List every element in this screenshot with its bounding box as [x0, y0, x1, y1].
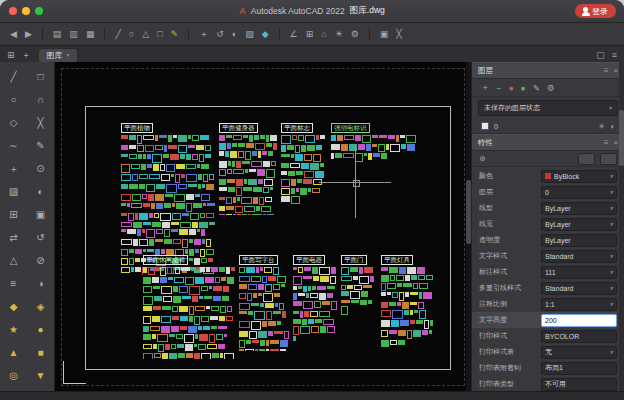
block-thumb[interactable] [223, 286, 229, 292]
block-thumb[interactable] [129, 145, 136, 149]
block-thumb[interactable] [307, 145, 315, 151]
block-thumb[interactable] [260, 135, 265, 139]
block-thumb[interactable] [179, 229, 188, 235]
block-thumb[interactable] [265, 197, 272, 202]
block-thumb[interactable] [147, 164, 152, 168]
block-thumb[interactable] [381, 320, 390, 327]
spline-tool-icon[interactable]: ∼ [0, 134, 27, 157]
block-thumb[interactable] [350, 267, 358, 272]
block-thumb[interactable] [381, 302, 388, 308]
block-thumb[interactable] [227, 277, 234, 284]
block-thumb[interactable] [397, 283, 402, 287]
block-thumb[interactable] [410, 302, 417, 305]
block-thumb[interactable] [390, 340, 397, 345]
block-thumb[interactable] [358, 144, 365, 150]
block-thumb[interactable] [141, 164, 146, 170]
block-thumb[interactable] [189, 286, 200, 295]
block-thumb[interactable] [341, 285, 346, 290]
block-thumb[interactable] [317, 286, 326, 290]
block-thumb[interactable] [249, 135, 253, 142]
drawing-canvas[interactable]: 平面植物平面健身器平面标志强弱电标识平面休闲桌椅平面写字台平面电器平面门平面灯具 [55, 62, 471, 392]
block-thumb[interactable] [258, 151, 261, 158]
block-thumb[interactable] [264, 179, 273, 186]
annotate-icon[interactable]: ✎ [171, 30, 179, 39]
block-thumb[interactable] [277, 276, 286, 283]
block-thumb[interactable] [195, 194, 200, 197]
block-thumb[interactable] [166, 184, 177, 193]
property-value-transparency[interactable]: ByLayer [541, 234, 617, 247]
layer-new-icon[interactable]: ＋ [481, 82, 490, 94]
property-value-layer[interactable]: 0▾ [541, 186, 617, 199]
block-thumb[interactable] [206, 267, 210, 272]
block-thumb[interactable] [155, 194, 164, 201]
block-thumb[interactable] [139, 174, 148, 179]
block-thumb[interactable] [291, 188, 295, 194]
block-thumb[interactable] [273, 311, 281, 314]
home-view-icon[interactable]: ⌂ [321, 30, 326, 39]
block-thumb[interactable] [148, 194, 154, 201]
block-thumb[interactable] [293, 326, 299, 335]
settings-icon[interactable]: ⚙ [351, 30, 359, 39]
block-thumb[interactable] [219, 151, 224, 156]
panel-menu-icon[interactable]: ≡ [604, 138, 609, 147]
favorite-tool-icon[interactable]: ★ [0, 318, 27, 341]
block-thumb[interactable] [236, 161, 241, 168]
block-thumb[interactable] [218, 326, 227, 329]
circle-icon[interactable]: ○ [129, 30, 134, 39]
block-thumb[interactable] [341, 291, 349, 296]
block-thumb[interactable] [354, 285, 362, 290]
property-value-mleader-style[interactable]: Standard▾ [541, 282, 617, 295]
block-thumb[interactable] [389, 302, 396, 306]
block-thumb[interactable] [422, 330, 428, 335]
block-thumb[interactable] [263, 161, 270, 167]
block-thumb[interactable] [300, 311, 303, 318]
block-thumb[interactable] [161, 326, 170, 333]
block-thumb[interactable] [162, 222, 170, 228]
block-thumb[interactable] [288, 171, 295, 176]
block-thumb[interactable] [355, 135, 361, 141]
block-thumb[interactable] [343, 153, 354, 158]
block-thumb[interactable] [159, 135, 167, 138]
block-thumb[interactable] [227, 179, 235, 183]
block-thumb[interactable] [155, 239, 163, 242]
block-thumb[interactable] [279, 303, 284, 310]
block-thumb[interactable] [260, 340, 265, 346]
block-thumb[interactable] [121, 174, 131, 181]
block-thumb[interactable] [180, 154, 185, 159]
block-thumb[interactable] [165, 194, 173, 197]
layer-state-dropdown[interactable]: 未保存的图层状态 ▾ [478, 100, 618, 116]
block-thumb[interactable] [359, 267, 363, 274]
block-thumb[interactable] [219, 161, 227, 168]
block-thumb[interactable] [298, 267, 303, 273]
block-thumb[interactable] [402, 302, 409, 309]
block-thumb[interactable] [314, 301, 321, 308]
block-thumb[interactable] [239, 284, 247, 289]
block-thumb[interactable] [410, 320, 415, 324]
block-thumb[interactable] [258, 284, 264, 290]
block-thumb[interactable] [239, 349, 244, 351]
block-thumb[interactable] [180, 316, 188, 321]
block-thumb[interactable] [151, 203, 155, 209]
block-thumb[interactable] [271, 161, 276, 166]
block-thumb[interactable] [274, 331, 283, 334]
block-thumb[interactable] [211, 306, 219, 311]
block-thumb[interactable] [386, 144, 389, 150]
block-thumb[interactable] [401, 144, 406, 149]
block-thumb[interactable] [143, 344, 152, 349]
gradient-tool-icon[interactable]: ◐ [27, 180, 54, 203]
block-thumb[interactable] [405, 292, 409, 297]
block-thumb[interactable] [165, 344, 170, 350]
block-thumb[interactable] [273, 143, 277, 150]
block-thumb[interactable] [418, 302, 424, 309]
block-thumb[interactable] [413, 330, 421, 337]
block-thumb[interactable] [355, 153, 363, 162]
block-thumb[interactable] [142, 229, 145, 233]
block-thumb[interactable] [268, 151, 273, 156]
block-thumb[interactable] [331, 153, 334, 159]
property-value-plot-table-attached[interactable]: 布局1 [541, 362, 617, 375]
line-icon[interactable]: ╱ [115, 30, 120, 39]
block-thumb[interactable] [319, 311, 330, 317]
block-thumb[interactable] [173, 296, 181, 303]
block-thumb[interactable] [266, 143, 272, 147]
block-thumb[interactable] [186, 154, 191, 160]
